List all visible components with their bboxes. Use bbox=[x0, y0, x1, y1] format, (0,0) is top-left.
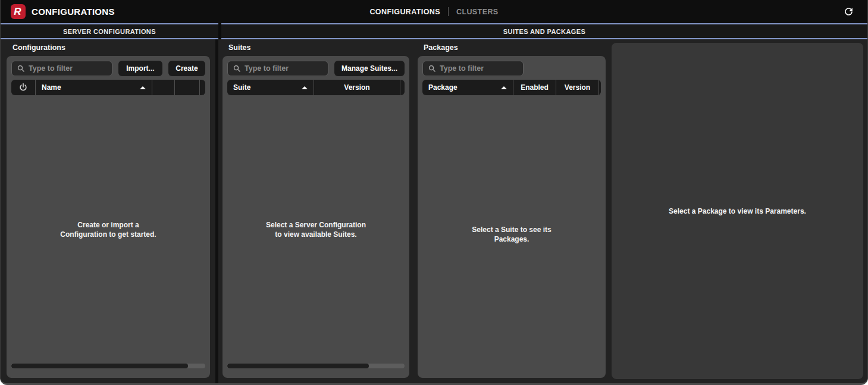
packages-empty-state: Select a Suite to see its Packages. bbox=[422, 95, 601, 373]
column-header-label: Suite bbox=[233, 83, 250, 92]
scrollbar-thumb[interactable] bbox=[227, 364, 369, 368]
column-header-version[interactable]: Version bbox=[314, 80, 400, 95]
top-nav: CONFIGURATIONS CLUSTERS bbox=[1, 0, 867, 23]
packages-filter[interactable] bbox=[422, 61, 524, 76]
column-header-label: Name bbox=[42, 83, 61, 92]
nav-divider bbox=[448, 7, 449, 16]
sort-ascending-icon bbox=[501, 86, 507, 89]
column-header-spacer bbox=[598, 80, 601, 95]
column-header-empty bbox=[174, 80, 199, 95]
import-button[interactable]: Import... bbox=[118, 61, 162, 76]
empty-state-line: Configuration to get started. bbox=[60, 230, 156, 239]
nav-tab-configurations[interactable]: CONFIGURATIONS bbox=[369, 8, 440, 16]
column-header-label: Version bbox=[344, 83, 369, 92]
packages-filter-input[interactable] bbox=[440, 64, 518, 73]
configurations-horizontal-scrollbar[interactable] bbox=[11, 364, 205, 368]
configurations-panel: Import... Create Name bbox=[7, 56, 210, 378]
packages-column: Packages Package bbox=[414, 39, 608, 383]
suites-empty-state: Select a Server Configuration to view av… bbox=[227, 95, 405, 364]
refresh-button[interactable] bbox=[840, 4, 857, 20]
empty-state-line: Select a Suite to see its bbox=[472, 225, 551, 234]
parameters-panel: Select a Package to view its Parameters. bbox=[612, 43, 863, 379]
packages-panel: Package Enabled Version Select a Suite t… bbox=[418, 56, 606, 378]
sort-ascending-icon bbox=[140, 86, 146, 89]
suites-filter[interactable] bbox=[227, 61, 328, 76]
suites-toolbar: Manage Suites... bbox=[227, 61, 405, 76]
configurations-filter[interactable] bbox=[11, 61, 112, 76]
column-header-label: Package bbox=[428, 83, 457, 92]
configurations-table-header: Name bbox=[11, 80, 205, 95]
search-icon bbox=[428, 64, 436, 73]
search-icon bbox=[233, 64, 241, 73]
empty-state-line: Create or import a bbox=[77, 220, 139, 230]
app-window: R CONFIGURATIONS CONFIGURATIONS CLUSTERS… bbox=[0, 0, 868, 385]
empty-state-line: Packages. bbox=[494, 234, 529, 244]
parameters-empty-state: Select a Package to view its Parameters. bbox=[669, 206, 806, 216]
column-header-empty bbox=[152, 80, 174, 95]
top-bar: R CONFIGURATIONS CONFIGURATIONS CLUSTERS bbox=[1, 0, 867, 23]
column-header-label: Version bbox=[565, 83, 590, 92]
page-title: CONFIGURATIONS bbox=[32, 7, 115, 17]
column-header-package[interactable]: Package bbox=[422, 80, 513, 95]
brand: R CONFIGURATIONS bbox=[1, 4, 115, 19]
configurations-toolbar: Import... Create bbox=[11, 61, 205, 76]
configurations-filter-input[interactable] bbox=[29, 64, 107, 73]
suites-filter-input[interactable] bbox=[245, 64, 323, 73]
packages-panel-title: Packages bbox=[414, 39, 608, 56]
refresh-icon bbox=[843, 6, 854, 17]
configurations-empty-state: Create or import a Configuration to get … bbox=[11, 95, 205, 364]
manage-suites-button[interactable]: Manage Suites... bbox=[334, 61, 405, 76]
search-icon bbox=[17, 64, 25, 73]
section-header-label: SUITES AND PACKAGES bbox=[503, 28, 585, 35]
suites-panel: Manage Suites... Suite Version Select a … bbox=[223, 56, 409, 378]
empty-state-line: Select a Server Configuration bbox=[266, 220, 366, 230]
column-header-label: Enabled bbox=[521, 83, 549, 92]
column-header-enabled[interactable]: Enabled bbox=[513, 80, 556, 95]
column-header-name[interactable]: Name bbox=[35, 80, 152, 95]
parameters-column: Select a Package to view its Parameters. bbox=[608, 39, 867, 383]
column-header-spacer bbox=[199, 80, 205, 95]
packages-toolbar bbox=[422, 61, 601, 76]
column-header-spacer bbox=[400, 80, 405, 95]
create-button[interactable]: Create bbox=[168, 61, 205, 76]
section-header-suites-and-packages: SUITES AND PACKAGES bbox=[221, 23, 867, 39]
suites-horizontal-scrollbar[interactable] bbox=[227, 364, 405, 368]
column-header-version[interactable]: Version bbox=[556, 80, 598, 95]
power-icon bbox=[18, 83, 28, 92]
suites-panel-title: Suites bbox=[218, 39, 414, 56]
suites-table-header: Suite Version bbox=[227, 80, 405, 95]
logo-letter: R bbox=[14, 7, 21, 17]
sort-ascending-icon bbox=[302, 86, 308, 89]
main-area: Configurations Import... Create bbox=[1, 39, 867, 383]
column-header-suite[interactable]: Suite bbox=[227, 80, 314, 95]
nav-tab-clusters[interactable]: CLUSTERS bbox=[456, 8, 499, 16]
configurations-column: Configurations Import... Create bbox=[1, 39, 218, 383]
configurations-panel-title: Configurations bbox=[1, 39, 215, 56]
section-header-label: SERVER CONFIGURATIONS bbox=[63, 28, 156, 35]
suites-column: Suites Manage Suites... Suite bbox=[218, 39, 414, 383]
section-header-row: SERVER CONFIGURATIONS SUITES AND PACKAGE… bbox=[1, 23, 867, 39]
packages-table-header: Package Enabled Version bbox=[422, 80, 601, 95]
section-header-server-configurations: SERVER CONFIGURATIONS bbox=[1, 23, 218, 39]
column-header-power[interactable] bbox=[11, 80, 35, 95]
empty-state-line: to view available Suites. bbox=[275, 230, 356, 239]
scrollbar-thumb[interactable] bbox=[11, 364, 188, 368]
rti-logo-icon: R bbox=[11, 4, 26, 19]
